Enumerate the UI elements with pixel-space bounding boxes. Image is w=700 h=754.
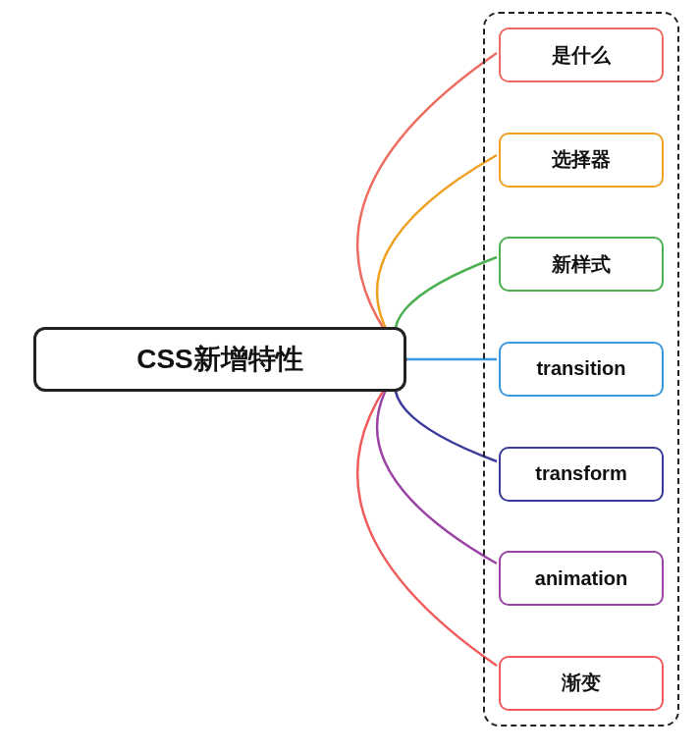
root-label: CSS新增特性 (136, 341, 303, 378)
connector (395, 359, 497, 461)
child-node: 是什么 (499, 27, 664, 82)
child-label: transition (536, 357, 625, 380)
child-node: animation (499, 551, 664, 606)
child-label: 新样式 (552, 251, 611, 278)
connector (395, 257, 497, 359)
child-label: 是什么 (552, 42, 611, 69)
child-node: transition (499, 342, 664, 397)
child-node: 选择器 (499, 133, 664, 188)
child-node: transform (499, 447, 664, 502)
connector (357, 53, 497, 359)
child-label: transform (535, 462, 626, 485)
child-node: 新样式 (499, 237, 664, 292)
connector (357, 359, 497, 666)
child-label: 渐变 (562, 670, 601, 696)
child-label: 选择器 (552, 146, 611, 173)
child-label: animation (535, 567, 627, 590)
children-container: 是什么选择器新样式transitiontransformanimation渐变 (483, 12, 679, 727)
mindmap-canvas: CSS新增特性 是什么选择器新样式transitiontransformanim… (0, 0, 700, 754)
root-node: CSS新增特性 (33, 327, 406, 392)
child-node: 渐变 (499, 656, 664, 711)
